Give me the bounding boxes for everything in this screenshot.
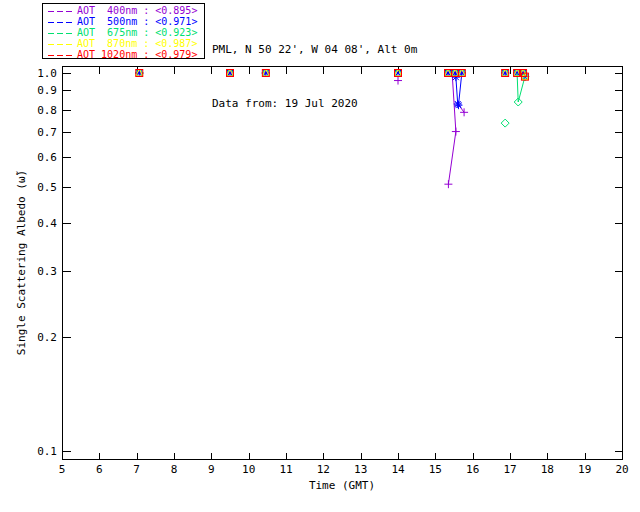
legend-item-label: AOT 400nm : <0.895> bbox=[77, 5, 197, 16]
x-tick-label: 17 bbox=[503, 463, 516, 476]
y-tick-label: 0.9 bbox=[37, 84, 57, 97]
legend-linestyle-swatch bbox=[47, 17, 77, 27]
x-tick-label: 12 bbox=[317, 463, 330, 476]
series-line bbox=[448, 73, 455, 184]
plot-header: PML, N 50 22', W 04 08', Alt 0m Data fro… bbox=[212, 5, 417, 149]
header-date: Data from: 19 Jul 2020 bbox=[212, 95, 417, 113]
x-tick-label: 15 bbox=[429, 463, 442, 476]
legend-item-400nm: AOT 400nm : <0.895> bbox=[47, 5, 204, 16]
legend-item-label: AOT 500nm : <0.971> bbox=[77, 16, 197, 27]
x-tick-label: 7 bbox=[133, 463, 140, 476]
x-tick-label: 14 bbox=[391, 463, 405, 476]
header-location: PML, N 50 22', W 04 08', Alt 0m bbox=[212, 41, 417, 59]
legend-item-500nm: AOT 500nm : <0.971> bbox=[47, 16, 204, 27]
x-tick-label: 18 bbox=[541, 463, 554, 476]
x-tick-label: 9 bbox=[208, 463, 215, 476]
legend-item-label: AOT 675nm : <0.923> bbox=[77, 27, 197, 38]
y-tick-label: 0.5 bbox=[37, 181, 57, 194]
legend-linestyle-swatch bbox=[47, 50, 77, 60]
x-tick-label: 16 bbox=[466, 463, 479, 476]
y-tick-label: 0.3 bbox=[37, 265, 57, 278]
legend-item-label: AOT 870nm : <0.987> bbox=[77, 38, 197, 49]
legend-box: AOT 400nm : <0.895>AOT 500nm : <0.971>AO… bbox=[42, 3, 205, 59]
x-tick-label: 11 bbox=[279, 463, 292, 476]
y-tick-label: 0.8 bbox=[37, 104, 57, 117]
x-tick-label: 19 bbox=[578, 463, 591, 476]
legend-item-675nm: AOT 675nm : <0.923> bbox=[47, 27, 204, 38]
y-tick-label: 0.1 bbox=[37, 445, 57, 458]
y-tick-label: 0.4 bbox=[37, 217, 57, 230]
legend-linestyle-swatch bbox=[47, 28, 77, 38]
x-tick-label: 8 bbox=[171, 463, 178, 476]
x-tick-label: 13 bbox=[354, 463, 367, 476]
x-tick-label: 20 bbox=[615, 463, 628, 476]
x-tick-label: 5 bbox=[59, 463, 66, 476]
x-tick-label: 10 bbox=[242, 463, 255, 476]
legend-linestyle-swatch bbox=[47, 39, 77, 49]
x-axis-title: Time (GMT) bbox=[309, 479, 375, 492]
y-axis-title: Single Scattering Albedo (ω̃) bbox=[15, 170, 28, 355]
y-tick-label: 0.7 bbox=[37, 126, 57, 139]
legend-items: AOT 400nm : <0.895>AOT 500nm : <0.971>AO… bbox=[47, 5, 204, 60]
screenshot-root: 5678910111213141516171819201.00.90.80.70… bbox=[0, 0, 640, 512]
x-tick-label: 6 bbox=[96, 463, 103, 476]
y-tick-label: 0.6 bbox=[37, 151, 57, 164]
series-line bbox=[458, 73, 461, 105]
y-tick-label: 0.2 bbox=[37, 331, 57, 344]
legend-item-label: AOT 1020nm : <0.979> bbox=[77, 49, 197, 60]
legend-linestyle-swatch bbox=[47, 6, 77, 16]
y-tick-label: 1.0 bbox=[37, 67, 57, 80]
legend-item-1020nm: AOT 1020nm : <0.979> bbox=[47, 49, 204, 60]
legend-item-870nm: AOT 870nm : <0.987> bbox=[47, 38, 204, 49]
